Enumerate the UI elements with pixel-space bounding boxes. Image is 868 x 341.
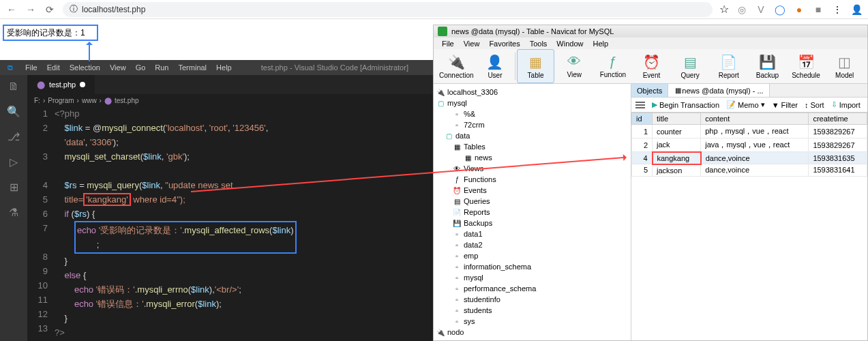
- extensions-tray: ◎ V ◯ ● ■ ⋮ 👤: [736, 3, 863, 16]
- col-id[interactable]: id: [632, 113, 653, 125]
- unsaved-dot-icon: [80, 82, 85, 87]
- explorer-icon[interactable]: 🗎: [8, 80, 19, 93]
- table-row[interactable]: 2jackjava，mysql，vue，react1593829267: [632, 138, 867, 152]
- tool-query[interactable]: ▤Query: [672, 49, 709, 83]
- connection-tree[interactable]: 🔌localhost_3306 ▢mysql ▫%& ▫72crm ▢data …: [434, 84, 631, 340]
- nmenu-tools[interactable]: Tools: [526, 40, 552, 48]
- vscode-menubar: File Edit Selection View Go Run Terminal…: [20, 63, 237, 72]
- navicat-toolbar: 🔌Connection 👤User ▦Table 👁View ƒFunction…: [434, 49, 867, 84]
- tool-table[interactable]: ▦Table: [517, 49, 554, 83]
- vscode-titlebar: ⧉ File Edit Selection View Go Run Termin…: [0, 60, 433, 75]
- menu-terminal[interactable]: Terminal: [174, 63, 212, 72]
- tool-schedule[interactable]: 📅Schedule: [788, 49, 825, 83]
- ext-icon-3[interactable]: ◯: [774, 3, 786, 16]
- tool-model[interactable]: ◫Model: [826, 49, 863, 83]
- tool-report[interactable]: 📄Report: [710, 49, 747, 83]
- tool-view[interactable]: 👁View: [556, 49, 593, 83]
- menu-view[interactable]: View: [105, 63, 131, 72]
- info-icon: ⓘ: [70, 3, 78, 15]
- navicat-titlebar: news @data (mysql) - Table - Navicat for…: [434, 25, 867, 38]
- menu-run[interactable]: Run: [150, 63, 173, 72]
- navicat-title: news @data (mysql) - Table - Navicat for…: [451, 27, 614, 35]
- menu-edit[interactable]: Edit: [42, 63, 65, 72]
- begin-transaction-button[interactable]: ▶Begin Transaction: [652, 100, 719, 109]
- line-gutter: 12345678910111213: [27, 106, 55, 341]
- nmenu-view[interactable]: View: [460, 40, 484, 48]
- filter-button[interactable]: ▼Filter: [772, 101, 798, 109]
- ext-icon-1[interactable]: ◎: [736, 3, 748, 16]
- back-button[interactable]: ←: [5, 3, 18, 16]
- tool-user[interactable]: 👤User: [477, 49, 514, 83]
- page-output: 受影响的记录数是：1: [3, 25, 98, 41]
- tab-objects[interactable]: Objects: [631, 84, 668, 97]
- hamburger-icon[interactable]: [635, 102, 645, 108]
- editor-tabs: ⬤ test.php: [27, 75, 433, 94]
- col-createtime[interactable]: createtime: [809, 113, 867, 125]
- breadcrumb[interactable]: F: › Program › www › ⬤ test.php: [27, 94, 433, 106]
- url-text: localhost/test.php: [82, 5, 145, 14]
- nmenu-favorites[interactable]: Favorites: [485, 40, 524, 48]
- memo-button[interactable]: 📝Memo ▾: [726, 100, 765, 109]
- navicat-app-icon: [438, 27, 447, 36]
- annotation-arrow-blue: [89, 42, 90, 61]
- php-file-icon: ⬤: [37, 80, 45, 89]
- highlight-echo-line: echo '受影响的记录数是：'.mysqli_affected_rows($l…: [74, 221, 297, 254]
- forward-button[interactable]: →: [25, 3, 37, 16]
- grid-header: id title content createtime: [632, 113, 867, 125]
- col-title[interactable]: title: [653, 113, 701, 125]
- ext-icon-5[interactable]: ■: [812, 3, 824, 16]
- table-row-active[interactable]: 4kangkangdance,voince1593831635: [632, 152, 867, 164]
- tool-event[interactable]: ⏰Event: [633, 49, 670, 83]
- code-editor[interactable]: 12345678910111213 <?php $link = @mysqli_…: [27, 106, 433, 341]
- ext-icon-6[interactable]: ⋮: [831, 3, 843, 16]
- menu-selection[interactable]: Selection: [65, 63, 105, 72]
- extensions-icon[interactable]: ⊞: [10, 181, 18, 194]
- reload-button[interactable]: ⟳: [44, 3, 56, 16]
- tool-function[interactable]: ƒFunction: [595, 49, 632, 83]
- tool-connection[interactable]: 🔌Connection: [438, 49, 475, 83]
- highlight-kangkang: 'kangkang': [83, 193, 130, 206]
- table-row[interactable]: 5jacksondance,voince1593831641: [632, 164, 867, 177]
- data-grid[interactable]: id title content createtime 1counterphp，…: [631, 113, 867, 340]
- object-tabs: Objects ▦news @data (mysql) - ...: [631, 84, 867, 98]
- navicat-window: news @data (mysql) - Table - Navicat for…: [433, 25, 868, 341]
- profile-icon[interactable]: 👤: [850, 3, 863, 16]
- star-icon[interactable]: ☆: [719, 3, 729, 16]
- table-row[interactable]: 1counterphp，mysql，vue，react1593829267: [632, 125, 867, 138]
- vscode-title: test.php - Visual Studio Code [Administr…: [237, 63, 433, 72]
- highlight-kangkang-cell: kangkang: [653, 152, 701, 164]
- code-area[interactable]: <?php $link = @mysqli_connect('localhost…: [55, 106, 433, 341]
- ext-icon-2[interactable]: V: [755, 3, 767, 16]
- tab-news-table[interactable]: ▦news @data (mysql) - ...: [668, 84, 769, 97]
- menu-help[interactable]: Help: [211, 63, 237, 72]
- vscode-window: ⧉ File Edit Selection View Go Run Termin…: [0, 60, 433, 341]
- nmenu-file[interactable]: File: [438, 40, 458, 48]
- nmenu-window[interactable]: Window: [552, 40, 587, 48]
- ext-icon-4[interactable]: ●: [793, 3, 805, 16]
- navicat-menubar: File View Favorites Tools Window Help: [434, 38, 867, 49]
- address-bar[interactable]: ⓘ localhost/test.php: [63, 2, 713, 17]
- sort-button[interactable]: ↕Sort: [805, 101, 824, 109]
- debug-icon[interactable]: ▷: [10, 155, 18, 168]
- nmenu-help[interactable]: Help: [588, 40, 612, 48]
- scm-icon[interactable]: ⎇: [8, 130, 20, 143]
- menu-file[interactable]: File: [20, 63, 42, 72]
- search-icon[interactable]: 🔍: [7, 105, 20, 118]
- import-button[interactable]: ⇩Import: [831, 100, 860, 109]
- vscode-logo-icon: ⧉: [0, 63, 20, 72]
- tool-backup[interactable]: 💾Backup: [749, 49, 786, 83]
- activity-bar: 🗎 🔍 ⎇ ▷ ⊞ ⚗: [0, 75, 27, 341]
- menu-go[interactable]: Go: [131, 63, 151, 72]
- col-content[interactable]: content: [701, 113, 809, 125]
- browser-toolbar: ← → ⟳ ⓘ localhost/test.php ☆ ◎ V ◯ ● ■ ⋮…: [0, 0, 868, 19]
- testing-icon[interactable]: ⚗: [9, 206, 18, 219]
- tab-testphp[interactable]: ⬤ test.php: [27, 75, 95, 94]
- table-toolbar: ▶Begin Transaction 📝Memo ▾ ▼Filter ↕Sort…: [631, 98, 867, 113]
